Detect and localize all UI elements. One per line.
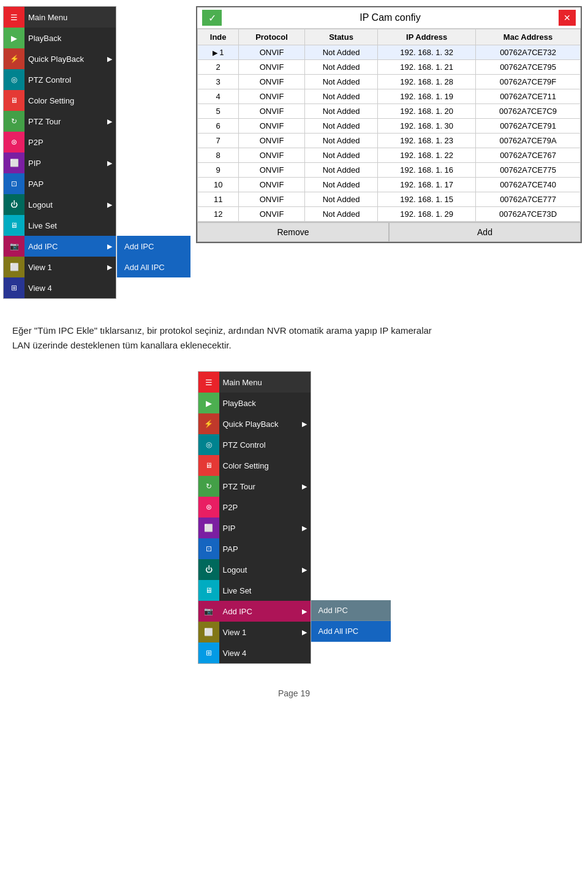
bottom-sidebar-color-setting[interactable]: 🖥 Color Setting [198,455,311,476]
b-live-set-icon: 🖥 [198,580,219,601]
table-row[interactable]: 6 ONVIF Not Added 192. 168. 1. 30 00762A… [198,119,581,134]
sidebar-item-color-setting[interactable]: 🖥 Color Setting [4,90,116,111]
bottom-sidebar-ptz-tour[interactable]: ↻ PTZ Tour ▶ [198,476,311,497]
ipcam-check-button[interactable]: ✓ [202,10,222,26]
sidebar-item-live-set[interactable]: 🖥 Live Set [4,215,116,236]
table-row[interactable]: 10 ONVIF Not Added 192. 168. 1. 17 00762… [198,178,581,192]
sidebar-item-p2p[interactable]: ⊛ P2P [4,132,116,153]
sidebar-item-pap[interactable]: ⊡ PAP [4,173,116,194]
top-sidebar: ☰ Main Menu ▶ PlayBack ⚡ Quick PlayBack … [3,6,116,299]
arrow-icon: ▶ [107,243,116,250]
table-row[interactable]: 7 ONVIF Not Added 192. 168. 1. 23 00762A… [198,134,581,148]
b-pip-icon: ⬜ [198,518,219,538]
bottom-sidebar-pap[interactable]: ⊡ PAP [198,538,311,559]
cell-status: Not Added [304,104,378,119]
b-sidebar-label: PTZ Control [219,440,311,450]
b-sidebar-label: Logout [219,565,302,574]
ipcam-table: Inde Protocol Status IP Address Mac Addr… [197,29,581,222]
cell-mac: 00762A7CE791 [476,119,581,134]
sidebar-item-label: Main Menu [24,13,116,22]
sidebar-item-label: Color Setting [24,96,116,105]
cell-status: Not Added [304,89,378,104]
playback-icon: ▶ [4,28,24,48]
cell-mac: 00762A7CE775 [476,163,581,178]
arrow-icon: ▶ [302,566,311,574]
bottom-sidebar-pip[interactable]: ⬜ PIP ▶ [198,518,311,538]
b-color-setting-icon: 🖥 [198,455,219,476]
table-row[interactable]: 3 ONVIF Not Added 192. 168. 1. 28 00762A… [198,75,581,89]
cell-protocol: ONVIF [239,178,304,192]
table-row[interactable]: 12 ONVIF Not Added 192. 168. 1. 29 00762… [198,207,581,222]
cell-ip: 192. 168. 1. 23 [378,134,476,148]
b-view4-icon: ⊞ [198,642,219,663]
sidebar-item-pip[interactable]: ⬜ PIP ▶ [4,153,116,173]
sidebar-item-playback[interactable]: ▶ PlayBack [4,28,116,48]
col-mac: Mac Address [476,29,581,45]
cell-protocol: ONVIF [239,89,304,104]
table-row[interactable]: ▶ 1 ONVIF Not Added 192. 168. 1. 32 0076… [198,45,581,60]
arrow-icon: ▶ [302,483,311,491]
cell-index: 6 [198,119,239,134]
table-row[interactable]: 5 ONVIF Not Added 192. 168. 1. 20 00762A… [198,104,581,119]
bottom-sidebar-add-ipc[interactable]: 📷 Add IPC ▶ [198,601,311,622]
cell-index: 12 [198,207,239,222]
table-row[interactable]: 8 ONVIF Not Added 192. 168. 1. 22 00762A… [198,148,581,163]
sidebar-item-ptz-control[interactable]: ◎ PTZ Control [4,69,116,90]
cell-protocol: ONVIF [239,60,304,75]
bottom-submenu: Add IPC Add All IPC [311,600,391,642]
cell-mac: 00762A7CE767 [476,148,581,163]
sidebar-item-logout[interactable]: ⏻ Logout ▶ [4,194,116,215]
cell-status: Not Added [304,119,378,134]
bottom-sidebar-playback[interactable]: ▶ PlayBack [198,393,311,413]
ipcam-close-button[interactable]: ✕ [559,10,576,26]
top-section: ☰ Main Menu ▶ PlayBack ⚡ Quick PlayBack … [0,0,588,305]
cell-protocol: ONVIF [239,134,304,148]
bottom-sidebar-view4[interactable]: ⊞ View 4 [198,642,311,663]
live-set-icon: 🖥 [4,215,24,236]
cell-ip: 192. 168. 1. 32 [378,45,476,60]
bottom-sidebar-live-set[interactable]: 🖥 Live Set [198,580,311,601]
bottom-sidebar-quick-playback[interactable]: ⚡ Quick PlayBack ▶ [198,413,311,434]
table-row[interactable]: 2 ONVIF Not Added 192. 168. 1. 21 00762A… [198,60,581,75]
add-button[interactable]: Add [389,222,581,242]
ptz-tour-icon: ↻ [4,111,24,132]
bottom-sidebar-p2p[interactable]: ⊛ P2P [198,497,311,518]
ptz-control-icon: ◎ [4,69,24,90]
sidebar-item-add-ipc[interactable]: 📷 Add IPC ▶ Add IPC Add All IPC [4,236,116,257]
b-sidebar-label: Quick PlayBack [219,420,302,429]
cell-mac: 00762A7CE7C9 [476,104,581,119]
sidebar-item-view4[interactable]: ⊞ View 4 [4,277,116,298]
bottom-submenu-add-ipc[interactable]: Add IPC [311,600,391,621]
cell-mac: 00762A7CE795 [476,60,581,75]
cell-index: 3 [198,75,239,89]
bottom-sidebar-logout[interactable]: ⏻ Logout ▶ [198,559,311,580]
submenu-add-all-ipc[interactable]: Add All IPC [117,257,190,277]
sidebar-item-view1[interactable]: ⬜ View 1 ▶ [4,257,116,277]
sidebar-item-label: Add IPC [24,242,107,251]
sidebar-item-ptz-tour[interactable]: ↻ PTZ Tour ▶ [4,111,116,132]
bottom-sidebar-ptz-control[interactable]: ◎ PTZ Control [198,434,311,455]
sidebar-item-quick-playback[interactable]: ⚡ Quick PlayBack ▶ [4,48,116,69]
table-row[interactable]: 4 ONVIF Not Added 192. 168. 1. 19 00762A… [198,89,581,104]
sidebar-item-label: PTZ Control [24,75,116,85]
pap-icon: ⊡ [4,173,24,194]
cell-status: Not Added [304,45,378,60]
submenu-add-ipc[interactable]: Add IPC [117,236,190,257]
b-sidebar-label: PTZ Tour [219,482,302,491]
table-row[interactable]: 11 ONVIF Not Added 192. 168. 1. 15 00762… [198,192,581,207]
sidebar-item-main-menu[interactable]: ☰ Main Menu [4,7,116,28]
arrow-icon: ▶ [302,608,311,616]
table-row[interactable]: 9 ONVIF Not Added 192. 168. 1. 16 00762A… [198,163,581,178]
cell-protocol: ONVIF [239,207,304,222]
b-ptz-tour-icon: ↻ [198,476,219,497]
bottom-sidebar-main-menu[interactable]: ☰ Main Menu [198,372,311,393]
b-sidebar-label: Add IPC [219,607,302,616]
cell-ip: 192. 168. 1. 15 [378,192,476,207]
cell-ip: 192. 168. 1. 16 [378,163,476,178]
remove-button[interactable]: Remove [197,222,389,242]
col-ip: IP Address [378,29,476,45]
cell-ip: 192. 168. 1. 21 [378,60,476,75]
bottom-submenu-add-all-ipc[interactable]: Add All IPC [311,621,391,642]
cell-protocol: ONVIF [239,192,304,207]
bottom-sidebar-view1[interactable]: ⬜ View 1 ▶ [198,622,311,642]
